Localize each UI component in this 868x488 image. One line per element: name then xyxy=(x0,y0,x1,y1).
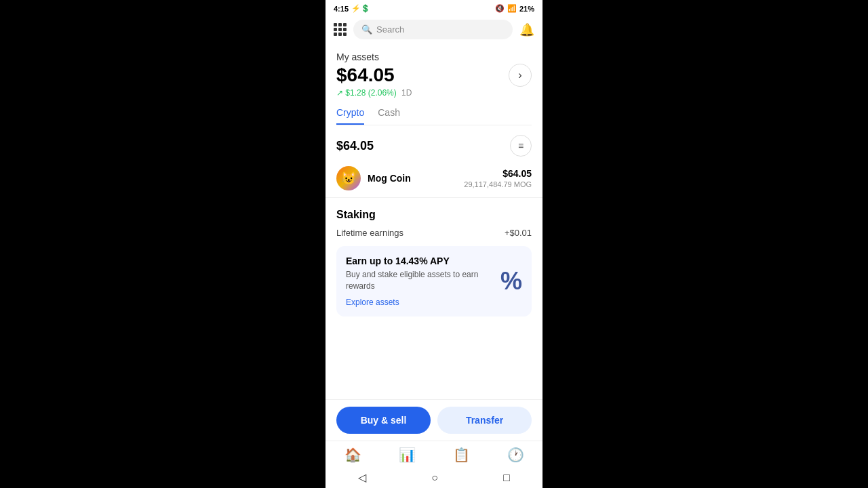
coin-name: Mog Coin xyxy=(368,173,411,184)
android-home-button[interactable]: ○ xyxy=(431,472,438,484)
status-bar: 4:15 ⚡💲 🔇 📶 21% xyxy=(326,0,542,16)
nav-home[interactable]: 🏠 xyxy=(344,447,361,463)
mute-icon: 🔇 xyxy=(495,4,505,13)
tab-crypto[interactable]: Crypto xyxy=(336,107,364,125)
phone-screen: 4:15 ⚡💲 🔇 📶 21% 🔍 Search 🔔 My assets $64… xyxy=(326,0,542,488)
top-bar: 🔍 Search 🔔 xyxy=(326,16,542,45)
search-icon: 🔍 xyxy=(361,24,372,35)
signal-icon: 📶 xyxy=(507,4,517,13)
assets-gain-row: ↗ $1.28 (2.06%) 1D xyxy=(336,88,532,98)
my-assets-label: My assets xyxy=(336,52,532,62)
assets-total-amount: $64.05 xyxy=(336,64,395,86)
staking-card-content: Earn up to 14.43% APY Buy and stake elig… xyxy=(346,256,494,307)
clock-icon: 🕐 xyxy=(507,447,524,463)
assets-detail-button[interactable]: › xyxy=(509,64,532,87)
coin-right: $64.05 29,117,484.79 MOG xyxy=(464,168,532,188)
bottom-action-buttons: Buy & sell Transfer xyxy=(326,399,542,441)
staking-card: Earn up to 14.43% APY Buy and stake elig… xyxy=(336,246,532,317)
main-content: My assets $64.05 › ↗ $1.28 (2.06%) 1D Cr… xyxy=(326,45,542,399)
bottom-navigation: 🏠 📊 📋 🕐 xyxy=(326,441,542,466)
gain-period: 1D xyxy=(401,88,412,98)
nav-history[interactable]: 🕐 xyxy=(507,447,524,463)
coin-token-amount: 29,117,484.79 MOG xyxy=(464,180,532,188)
chart-icon: 📊 xyxy=(399,447,416,463)
coin-left: 😺 Mog Coin xyxy=(336,166,411,190)
grid-menu-button[interactable] xyxy=(334,23,347,36)
staking-apy-title: Earn up to 14.43% APY xyxy=(346,256,494,266)
section-amount-row: $64.05 ≡ xyxy=(336,135,532,157)
section-divider xyxy=(326,197,542,198)
coin-avatar: 😺 xyxy=(336,166,361,190)
coin-emoji: 😺 xyxy=(341,171,356,186)
percent-icon: % xyxy=(500,267,522,296)
crypto-total: $64.05 xyxy=(336,139,374,153)
asset-tabs: Crypto Cash xyxy=(336,107,532,125)
filter-button[interactable]: ≡ xyxy=(510,135,532,157)
lifetime-earnings-row: Lifetime earnings +$0.01 xyxy=(336,228,532,238)
battery-text: 21% xyxy=(519,5,534,13)
gain-arrow: ↗ xyxy=(336,88,343,98)
lifetime-value: +$0.01 xyxy=(505,228,532,238)
transfer-button[interactable]: Transfer xyxy=(437,407,532,434)
coin-row-mog[interactable]: 😺 Mog Coin $64.05 29,117,484.79 MOG xyxy=(336,166,532,197)
list-icon: 📋 xyxy=(453,447,470,463)
nav-portfolio[interactable]: 📊 xyxy=(399,447,416,463)
search-placeholder: Search xyxy=(376,24,404,35)
tab-cash[interactable]: Cash xyxy=(378,107,400,125)
notification-bell-button[interactable]: 🔔 xyxy=(519,22,534,37)
status-time: 4:15 xyxy=(334,5,349,13)
staking-title: Staking xyxy=(336,209,532,221)
android-recent-button[interactable]: □ xyxy=(503,472,510,484)
home-icon: 🏠 xyxy=(344,447,361,463)
android-back-button[interactable]: ◁ xyxy=(358,471,366,484)
explore-assets-link[interactable]: Explore assets xyxy=(346,298,494,307)
search-bar[interactable]: 🔍 Search xyxy=(353,20,513,39)
lifetime-label: Lifetime earnings xyxy=(336,228,403,238)
status-icons: ⚡💲 xyxy=(351,4,370,13)
assets-row: $64.05 › xyxy=(336,64,532,87)
buy-sell-button[interactable]: Buy & sell xyxy=(336,407,431,434)
gain-value: $1.28 (2.06%) xyxy=(345,88,396,98)
staking-section: Staking Lifetime earnings +$0.01 Earn up… xyxy=(336,209,532,317)
status-left: 4:15 ⚡💲 xyxy=(334,4,370,13)
nav-orders[interactable]: 📋 xyxy=(453,447,470,463)
coin-usd-value: $64.05 xyxy=(464,168,532,179)
status-right: 🔇 📶 21% xyxy=(495,4,534,13)
android-navigation: ◁ ○ □ xyxy=(326,466,542,488)
staking-card-desc: Buy and stake eligible assets to earn re… xyxy=(346,269,494,292)
